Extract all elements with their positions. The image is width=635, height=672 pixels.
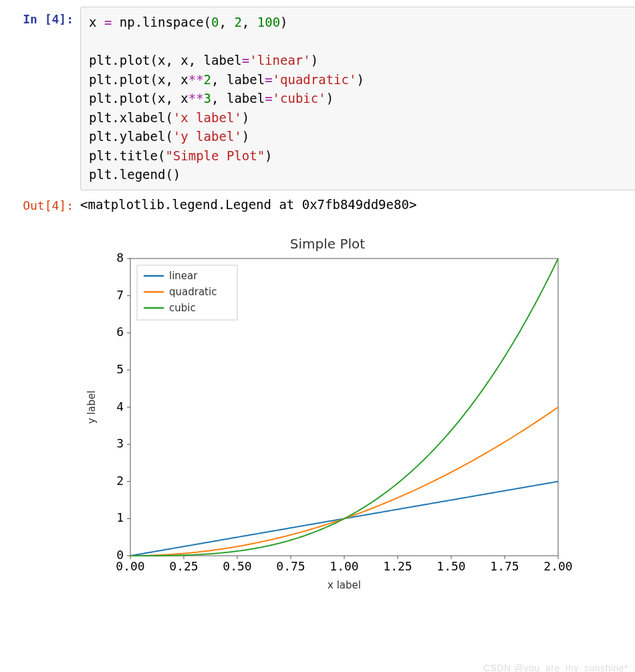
ytick-label: 4 bbox=[116, 399, 124, 413]
out-prompt: Out[4]: bbox=[7, 193, 80, 216]
y-axis-label: y label bbox=[86, 390, 98, 424]
xtick-label: 1.50 bbox=[436, 559, 465, 573]
legend-label: linear bbox=[169, 270, 198, 282]
ytick-label: 7 bbox=[116, 287, 124, 301]
xtick-label: 1.75 bbox=[490, 559, 519, 573]
chart-svg: 0.000.250.500.751.001.251.501.752.000123… bbox=[80, 252, 575, 599]
input-cell: In [4]: x = np.linspace(0, 2, 100) plt.p… bbox=[7, 7, 635, 190]
chart-output: Simple Plot 0.000.250.500.751.001.251.50… bbox=[80, 236, 575, 599]
output-text: <matplotlib.legend.Legend at 0x7fb849dd9… bbox=[80, 193, 635, 216]
xtick-label: 0.25 bbox=[169, 559, 198, 573]
output-cell: Out[4]: <matplotlib.legend.Legend at 0x7… bbox=[7, 193, 635, 216]
series-quadratic bbox=[130, 407, 558, 556]
ytick-label: 3 bbox=[116, 436, 124, 450]
chart-title: Simple Plot bbox=[80, 236, 575, 252]
xtick-label: 2.00 bbox=[543, 559, 572, 573]
ytick-label: 0 bbox=[116, 548, 124, 562]
legend-label: cubic bbox=[169, 302, 196, 314]
ytick-label: 5 bbox=[116, 361, 124, 375]
xtick-label: 0.75 bbox=[276, 559, 305, 573]
in-prompt: In [4]: bbox=[7, 7, 80, 190]
watermark: CSDN @you_are_my_sunshine* bbox=[483, 663, 628, 672]
xtick-label: 0.50 bbox=[223, 559, 251, 573]
ytick-label: 8 bbox=[116, 252, 124, 265]
ytick-label: 1 bbox=[116, 510, 124, 524]
legend-label: quadratic bbox=[169, 286, 217, 298]
x-axis-label: x label bbox=[328, 579, 361, 591]
xtick-label: 1.25 bbox=[383, 559, 412, 573]
ytick-label: 6 bbox=[116, 325, 124, 339]
code-editor[interactable]: x = np.linspace(0, 2, 100) plt.plot(x, x… bbox=[80, 7, 635, 190]
xtick-label: 1.00 bbox=[330, 559, 358, 573]
ytick-label: 2 bbox=[116, 473, 124, 487]
